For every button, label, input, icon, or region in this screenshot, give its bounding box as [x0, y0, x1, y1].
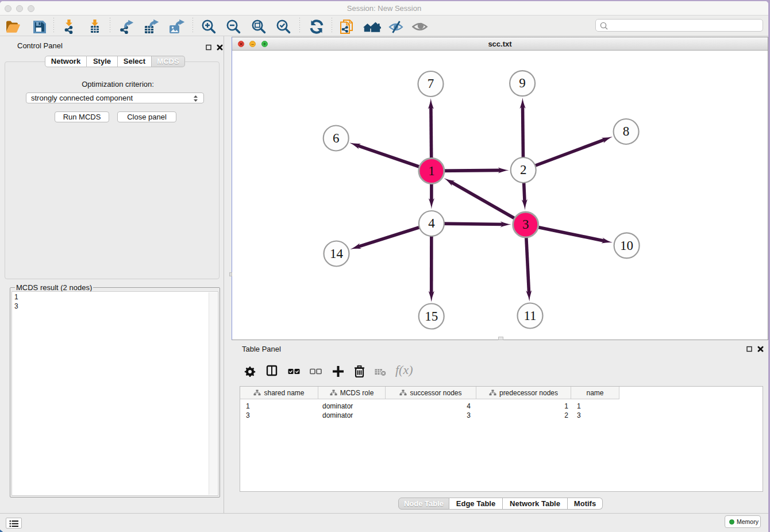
svg-text:14: 14 — [330, 246, 344, 261]
svg-text:3: 3 — [522, 217, 529, 232]
svg-text:9: 9 — [519, 76, 526, 90]
svg-text:4: 4 — [428, 216, 435, 230]
svg-text:15: 15 — [425, 309, 438, 323]
svg-text:6: 6 — [333, 131, 340, 145]
svg-text:f(x): f(x) — [395, 364, 413, 377]
svg-text:8: 8 — [623, 124, 630, 138]
svg-text:11: 11 — [523, 309, 536, 323]
svg-text:10: 10 — [620, 238, 633, 253]
svg-text:2: 2 — [520, 163, 527, 177]
svg-text:1: 1 — [428, 164, 435, 178]
svg-text:7: 7 — [428, 76, 434, 91]
